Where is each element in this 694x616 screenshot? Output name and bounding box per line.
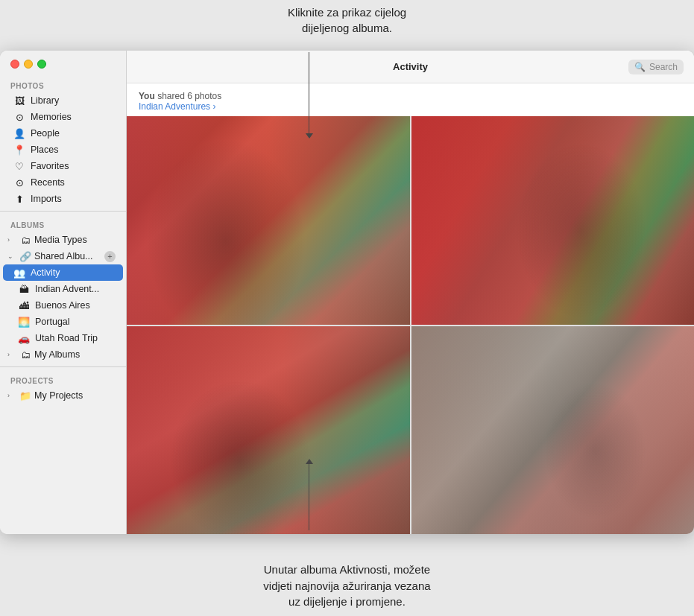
recents-icon: ⊙ (13, 177, 25, 188)
search-button[interactable]: 🔍 Search (628, 60, 684, 74)
photo-grid (127, 116, 694, 534)
sidebar-item-label-buenos-aires: Buenos Aires (35, 300, 90, 311)
utah-road-trip-icon: 🚗 (18, 332, 30, 344)
sidebar-divider-1 (0, 211, 126, 212)
sidebar-item-label-utah-road-trip: Utah Road Trip (35, 333, 98, 343)
sidebar-item-label-media-types: Media Types (34, 235, 87, 245)
sidebar-item-memories[interactable]: ⊙ Memories (3, 109, 123, 125)
sidebar-group-my-projects[interactable]: › 📁 My Projects (3, 387, 123, 404)
sidebar-item-label-imports: Imports (31, 194, 62, 204)
sidebar-item-portugal[interactable]: 🌅 Portugal (3, 314, 123, 330)
main-window: Photos 🖼 Library ⊙ Memories 👤 People 📍 P… (0, 51, 694, 534)
sidebar-item-label-recents: Recents (31, 177, 65, 188)
sidebar-divider-2 (0, 366, 126, 367)
sidebar-item-label-people: People (31, 128, 60, 139)
sidebar-item-imports[interactable]: ⬆ Imports (3, 191, 123, 207)
sidebar-item-library[interactable]: 🖼 Library (3, 92, 123, 109)
close-button[interactable] (10, 60, 19, 69)
people-icon: 👤 (13, 127, 25, 139)
minimize-button[interactable] (24, 60, 33, 69)
you-label: You (139, 91, 155, 101)
sidebar-item-label-favorites: Favorites (31, 161, 69, 171)
buenos-aires-icon: 🏙 (18, 299, 30, 311)
sidebar-item-label-shared-albums: Shared Albu... (34, 251, 93, 261)
main-content: Activity 🔍 Search You shared 6 photos In… (127, 51, 694, 534)
toolbar-title: Activity (393, 61, 428, 72)
sidebar-item-label-portugal: Portugal (35, 317, 70, 327)
sidebar-item-activity[interactable]: 👥 Activity (3, 264, 123, 281)
activity-header: You shared 6 photos Indian Adventures › (127, 83, 694, 116)
sidebar-item-buenos-aires[interactable]: 🏙 Buenos Aires (3, 297, 123, 314)
sidebar-item-places[interactable]: 📍 Places (3, 142, 123, 158)
sidebar-item-label-my-projects: My Projects (34, 390, 83, 401)
sidebar-item-people[interactable]: 👤 People (3, 125, 123, 142)
traffic-lights (0, 51, 126, 76)
sidebar-group-my-albums[interactable]: › 🗂 My Albums (3, 346, 123, 363)
sidebar-group-media-types[interactable]: › 🗂 Media Types (3, 232, 123, 248)
indian-adventures-icon: 🏔 (18, 283, 30, 295)
maximize-button[interactable] (37, 60, 46, 69)
tooltip-bottom-line1: Unutar albuma Aktivnosti, možete (264, 563, 430, 576)
sidebar-item-recents[interactable]: ⊙ Recents (3, 174, 123, 191)
portugal-icon: 🌅 (18, 316, 30, 328)
arrow-top (309, 52, 309, 134)
tooltip-top: Kliknite za prikaz cijelog dijeljenog al… (0, 0, 694, 54)
sidebar-item-indian-adventures[interactable]: 🏔 Indian Advent... (3, 281, 123, 297)
my-albums-icon: 🗂 (19, 349, 31, 361)
chevron-down-icon: ⌄ (7, 253, 16, 260)
my-projects-icon: 📁 (19, 390, 31, 401)
photo-cell-4[interactable] (411, 326, 695, 535)
shared-text: shared 6 photos (157, 91, 221, 101)
photo-cell-2[interactable] (411, 116, 695, 325)
tooltip-top-line1: Kliknite za prikaz cijelog (288, 6, 406, 19)
photo-cell-3[interactable] (127, 326, 410, 535)
favorites-icon: ♡ (13, 160, 25, 172)
tooltip-top-line2: dijeljenog albuma. (302, 22, 392, 34)
places-icon: 📍 (13, 144, 25, 156)
add-shared-album-button[interactable]: + (104, 251, 116, 262)
sidebar: Photos 🖼 Library ⊙ Memories 👤 People 📍 P… (0, 51, 127, 534)
sidebar-item-favorites[interactable]: ♡ Favorites (3, 158, 123, 174)
sidebar-group-shared-albums[interactable]: ⌄ 🔗 Shared Albu... + (3, 248, 123, 264)
sidebar-item-label-memories: Memories (31, 112, 72, 122)
imports-icon: ⬆ (13, 193, 25, 205)
chevron-right-icon-2: › (7, 351, 16, 358)
sidebar-item-label-my-albums: My Albums (34, 349, 80, 360)
library-icon: 🖼 (13, 95, 25, 107)
projects-section-label: Projects (0, 371, 126, 387)
album-link[interactable]: Indian Adventures › (139, 101, 215, 112)
memories-icon: ⊙ (13, 111, 25, 123)
sidebar-item-label-places: Places (31, 145, 59, 155)
chevron-right-icon-3: › (7, 392, 16, 399)
tooltip-bottom: Unutar albuma Aktivnosti, možete vidjeti… (0, 530, 694, 616)
activity-icon: 👥 (13, 267, 25, 279)
search-icon: 🔍 (634, 62, 646, 72)
search-label: Search (649, 62, 678, 72)
sidebar-item-label-activity: Activity (31, 267, 60, 278)
shared-albums-icon: 🔗 (19, 250, 31, 262)
arrow-bottom (309, 463, 309, 530)
sidebar-item-label-library: Library (31, 95, 59, 106)
media-types-icon: 🗂 (19, 234, 31, 246)
photos-section-label: Photos (0, 76, 126, 92)
sidebar-item-label-indian-adventures: Indian Advent... (35, 284, 99, 294)
chevron-right-icon: › (7, 236, 16, 244)
photo-cell-1[interactable] (127, 116, 410, 325)
toolbar: Activity 🔍 Search (127, 51, 694, 83)
tooltip-bottom-line3: uz dijeljenje i promjene. (288, 595, 406, 608)
sidebar-item-utah-road-trip[interactable]: 🚗 Utah Road Trip (3, 330, 123, 346)
tooltip-bottom-line2: vidjeti najnovija ažuriranja vezana (263, 580, 430, 592)
albums-section-label: Albums (0, 215, 126, 232)
